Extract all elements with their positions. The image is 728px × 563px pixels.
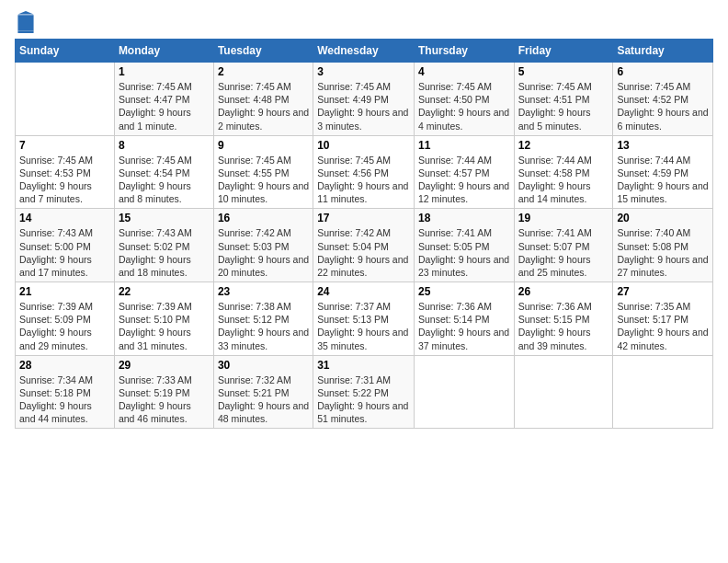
- svg-marker-0: [17, 11, 33, 14]
- calendar-cell: 10Sunrise: 7:45 AMSunset: 4:56 PMDayligh…: [313, 135, 415, 209]
- day-info: Sunrise: 7:45 AMSunset: 4:48 PMDaylight:…: [218, 80, 309, 132]
- day-number: 16: [218, 212, 309, 224]
- logo-icon: [17, 11, 35, 33]
- day-info: Sunrise: 7:45 AMSunset: 4:50 PMDaylight:…: [418, 80, 510, 132]
- day-info: Sunrise: 7:45 AMSunset: 4:51 PMDaylight:…: [518, 80, 609, 132]
- day-info: Sunrise: 7:43 AMSunset: 5:02 PMDaylight:…: [119, 226, 210, 279]
- day-info: Sunrise: 7:45 AMSunset: 4:55 PMDaylight:…: [218, 154, 309, 206]
- calendar-cell: 23Sunrise: 7:38 AMSunset: 5:12 PMDayligh…: [213, 282, 313, 356]
- calendar-cell: 22Sunrise: 7:39 AMSunset: 5:10 PMDayligh…: [114, 282, 213, 356]
- header-cell-friday: Friday: [514, 40, 613, 63]
- calendar-cell: 14Sunrise: 7:43 AMSunset: 5:00 PMDayligh…: [16, 209, 115, 282]
- day-number: 12: [518, 139, 609, 152]
- calendar-cell: 19Sunrise: 7:41 AMSunset: 5:07 PMDayligh…: [514, 209, 613, 282]
- day-number: 1: [119, 65, 210, 78]
- calendar-cell: 4Sunrise: 7:45 AMSunset: 4:50 PMDaylight…: [414, 63, 514, 136]
- calendar-cell: [514, 355, 613, 429]
- calendar-cell: 16Sunrise: 7:42 AMSunset: 5:03 PMDayligh…: [213, 209, 313, 282]
- calendar-cell: 7Sunrise: 7:45 AMSunset: 4:53 PMDaylight…: [16, 135, 115, 209]
- header-cell-monday: Monday: [114, 40, 213, 63]
- calendar-cell: 30Sunrise: 7:32 AMSunset: 5:21 PMDayligh…: [213, 355, 313, 429]
- page-container: SundayMondayTuesdayWednesdayThursdayFrid…: [0, 0, 728, 438]
- calendar-cell: 17Sunrise: 7:42 AMSunset: 5:04 PMDayligh…: [313, 209, 415, 282]
- day-info: Sunrise: 7:45 AMSunset: 4:49 PMDaylight:…: [317, 80, 410, 132]
- day-info: Sunrise: 7:45 AMSunset: 4:47 PMDaylight:…: [119, 80, 210, 132]
- day-number: 9: [218, 139, 309, 152]
- day-number: 26: [518, 285, 609, 298]
- day-number: 8: [119, 139, 210, 152]
- day-number: 25: [418, 285, 510, 298]
- day-number: 31: [317, 359, 410, 372]
- calendar-cell: 18Sunrise: 7:41 AMSunset: 5:05 PMDayligh…: [414, 209, 514, 282]
- calendar-cell: 8Sunrise: 7:45 AMSunset: 4:54 PMDaylight…: [114, 135, 213, 209]
- day-number: 22: [119, 285, 210, 298]
- day-number: 27: [617, 285, 709, 298]
- calendar-week-3: 14Sunrise: 7:43 AMSunset: 5:00 PMDayligh…: [16, 209, 713, 282]
- day-number: 23: [218, 285, 309, 298]
- header-cell-wednesday: Wednesday: [313, 40, 415, 63]
- day-info: Sunrise: 7:37 AMSunset: 5:13 PMDaylight:…: [317, 300, 410, 352]
- day-info: Sunrise: 7:44 AMSunset: 4:59 PMDaylight:…: [617, 154, 709, 206]
- day-number: 28: [19, 359, 110, 372]
- day-info: Sunrise: 7:34 AMSunset: 5:18 PMDaylight:…: [19, 373, 110, 426]
- calendar-cell: 1Sunrise: 7:45 AMSunset: 4:47 PMDaylight…: [114, 63, 213, 136]
- day-info: Sunrise: 7:45 AMSunset: 4:53 PMDaylight:…: [19, 154, 110, 206]
- calendar-week-5: 28Sunrise: 7:34 AMSunset: 5:18 PMDayligh…: [16, 355, 713, 429]
- day-number: 2: [218, 65, 309, 78]
- day-info: Sunrise: 7:43 AMSunset: 5:00 PMDaylight:…: [19, 226, 110, 279]
- calendar-cell: 26Sunrise: 7:36 AMSunset: 5:15 PMDayligh…: [514, 282, 613, 356]
- day-info: Sunrise: 7:35 AMSunset: 5:17 PMDaylight:…: [617, 300, 709, 352]
- day-number: 15: [119, 212, 210, 224]
- day-info: Sunrise: 7:38 AMSunset: 5:12 PMDaylight:…: [218, 300, 309, 352]
- day-number: 7: [19, 139, 110, 152]
- day-info: Sunrise: 7:40 AMSunset: 5:08 PMDaylight:…: [617, 226, 709, 279]
- day-info: Sunrise: 7:45 AMSunset: 4:54 PMDaylight:…: [119, 154, 210, 206]
- day-number: 3: [317, 65, 410, 78]
- day-info: Sunrise: 7:45 AMSunset: 4:52 PMDaylight:…: [617, 80, 709, 132]
- calendar-cell: 2Sunrise: 7:45 AMSunset: 4:48 PMDaylight…: [213, 63, 313, 136]
- day-number: 6: [617, 65, 709, 78]
- day-number: 24: [317, 285, 410, 298]
- svg-rect-1: [17, 15, 33, 30]
- day-number: 11: [418, 139, 510, 152]
- calendar-cell: 12Sunrise: 7:44 AMSunset: 4:58 PMDayligh…: [514, 135, 613, 209]
- day-number: 30: [218, 359, 309, 372]
- header-cell-saturday: Saturday: [613, 40, 713, 63]
- header-row: SundayMondayTuesdayWednesdayThursdayFrid…: [16, 40, 713, 63]
- calendar-cell: 15Sunrise: 7:43 AMSunset: 5:02 PMDayligh…: [114, 209, 213, 282]
- day-number: 20: [617, 212, 709, 224]
- day-info: Sunrise: 7:31 AMSunset: 5:22 PMDaylight:…: [317, 373, 410, 426]
- day-number: 18: [418, 212, 510, 224]
- calendar-cell: [414, 355, 514, 429]
- day-info: Sunrise: 7:36 AMSunset: 5:14 PMDaylight:…: [418, 300, 510, 352]
- day-number: 13: [617, 139, 709, 152]
- calendar-table: SundayMondayTuesdayWednesdayThursdayFrid…: [15, 39, 713, 429]
- day-info: Sunrise: 7:36 AMSunset: 5:15 PMDaylight:…: [518, 300, 609, 352]
- calendar-cell: 27Sunrise: 7:35 AMSunset: 5:17 PMDayligh…: [613, 282, 713, 356]
- day-number: 4: [418, 65, 510, 78]
- day-number: 17: [317, 212, 410, 224]
- calendar-body: 1Sunrise: 7:45 AMSunset: 4:47 PMDaylight…: [16, 63, 713, 429]
- calendar-cell: 5Sunrise: 7:45 AMSunset: 4:51 PMDaylight…: [514, 63, 613, 136]
- day-info: Sunrise: 7:44 AMSunset: 4:58 PMDaylight:…: [518, 154, 609, 206]
- calendar-week-2: 7Sunrise: 7:45 AMSunset: 4:53 PMDaylight…: [16, 135, 713, 209]
- day-number: 19: [518, 212, 609, 224]
- svg-marker-2: [17, 30, 33, 33]
- calendar-cell: 9Sunrise: 7:45 AMSunset: 4:55 PMDaylight…: [213, 135, 313, 209]
- day-info: Sunrise: 7:41 AMSunset: 5:05 PMDaylight:…: [418, 226, 510, 279]
- day-number: 21: [19, 285, 110, 298]
- header-cell-thursday: Thursday: [414, 40, 514, 63]
- day-info: Sunrise: 7:39 AMSunset: 5:09 PMDaylight:…: [19, 300, 110, 352]
- calendar-cell: [613, 355, 713, 429]
- day-info: Sunrise: 7:45 AMSunset: 4:56 PMDaylight:…: [317, 154, 410, 206]
- day-info: Sunrise: 7:42 AMSunset: 5:04 PMDaylight:…: [317, 226, 410, 279]
- calendar-cell: 25Sunrise: 7:36 AMSunset: 5:14 PMDayligh…: [414, 282, 514, 356]
- day-info: Sunrise: 7:41 AMSunset: 5:07 PMDaylight:…: [518, 226, 609, 279]
- calendar-header: SundayMondayTuesdayWednesdayThursdayFrid…: [16, 40, 713, 63]
- day-info: Sunrise: 7:33 AMSunset: 5:19 PMDaylight:…: [119, 373, 210, 426]
- day-info: Sunrise: 7:42 AMSunset: 5:03 PMDaylight:…: [218, 226, 309, 279]
- calendar-cell: 6Sunrise: 7:45 AMSunset: 4:52 PMDaylight…: [613, 63, 713, 136]
- calendar-week-1: 1Sunrise: 7:45 AMSunset: 4:47 PMDaylight…: [16, 63, 713, 136]
- day-number: 14: [19, 212, 110, 224]
- page-header: [15, 9, 713, 33]
